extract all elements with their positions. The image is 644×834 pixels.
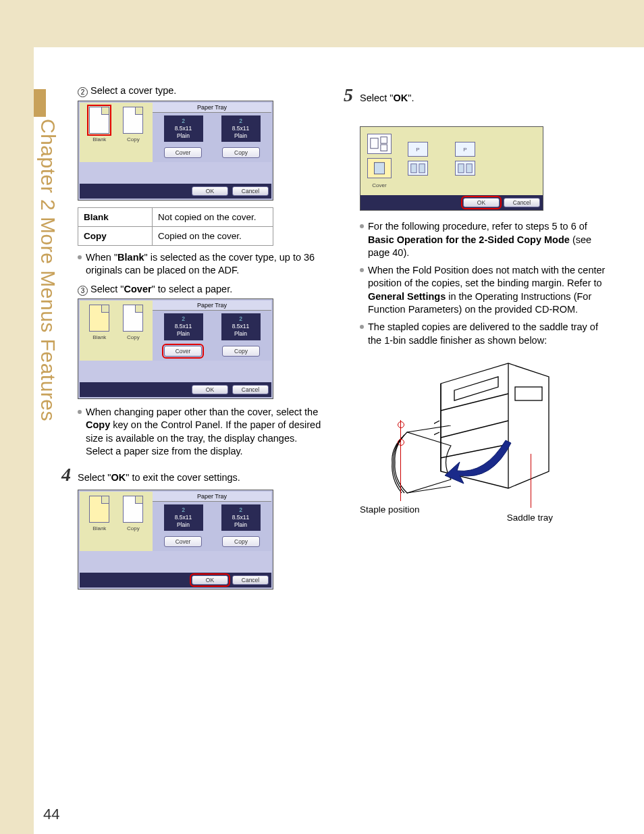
note-blank-36: When "Blank" is selected as the cover ty… [78,251,329,278]
svg-rect-7 [466,163,472,172]
chapter-title: Chapter 2 More Menus Features [36,119,59,421]
note-refer-steps: For the following procedure, refer to st… [360,220,611,260]
substep-3: 3Select "Cover" to select a paper. [78,283,329,296]
substep-2: 2Select a cover type. [78,84,329,98]
copy-mode-button[interactable]: Copy [222,536,260,547]
cancel-button[interactable]: Cancel [232,575,269,585]
copy-label: Copy [127,136,140,142]
substep-2-text: Select a cover type. [90,85,176,96]
staple-callout-line [400,420,401,501]
page: Chapter 2 More Menus Features 2Select a … [34,47,644,834]
blank-option[interactable] [89,305,109,332]
bullet-icon [360,224,364,228]
table-row: CopyCopied on the cover. [78,226,273,245]
step-4: 4 Select "OK" to exit the cover settings… [78,464,329,486]
blank-label: Blank [92,525,106,531]
note-change-paper: When changing paper other than the cover… [78,406,329,459]
saddle-callout-line [531,454,531,508]
lcd-screenshot-select-cover: Blank Copy Paper Tray 28.5x11Plain 28.5x… [78,298,273,398]
lcd-screenshot-ok-exit: Blank Copy Paper Tray 28.5x11Plain 28.5x… [78,490,273,590]
svg-rect-0 [371,138,378,149]
saddle-finisher-illustration: Staple position Saddle tray [360,353,569,528]
svg-rect-1 [381,137,387,143]
tray-2[interactable]: 28.5x11Plain [221,504,261,531]
right-column: 5 Select "OK". Cover [360,84,611,596]
tray-2[interactable]: 28.5x11Plain [221,313,261,340]
svg-rect-2 [381,145,387,151]
blank-option[interactable] [89,496,109,523]
cell-blank: Blank [78,207,153,226]
lcd-screenshot-cover-type: Blank Copy Paper Tray 28.5x11Plain 28.5x… [78,101,273,201]
cancel-button[interactable]: Cancel [232,385,269,394]
circled-3: 3 [78,286,88,296]
note-fold-position: When the Fold Position does not match wi… [360,264,611,317]
svg-rect-8 [515,387,542,400]
step-number-4: 4 [55,464,71,486]
tray-2[interactable]: 28.5x11Plain [221,115,261,142]
lcd-screenshot-step5: Cover P P OK Cancel [360,126,543,211]
step-5: 5 Select "OK". [360,84,611,106]
blank-option[interactable] [89,107,109,134]
cell-copy: Copy [78,226,153,245]
copy-label: Copy [127,334,140,340]
svg-rect-6 [458,163,464,172]
ok-button[interactable]: OK [463,198,500,207]
paper-tray-title: Paper Tray [153,103,271,113]
page-number: 44 [43,806,59,823]
copy-option[interactable] [123,107,143,134]
cancel-button[interactable]: Cancel [232,186,269,196]
layout-option-2[interactable]: P [455,142,475,176]
bullet-icon [78,410,82,414]
side-accent [34,89,46,117]
copy-label: Copy [127,525,140,531]
cancel-button[interactable]: Cancel [504,198,540,207]
cover-mode-button[interactable]: Cover [164,147,202,158]
bullet-icon [78,255,82,259]
cell-copy-desc: Copied on the cover. [153,226,273,245]
saddle-tray-label: Saddle tray [507,513,553,523]
content-columns: 2Select a cover type. Blank Copy [78,84,611,596]
ok-button[interactable]: OK [192,385,228,394]
step-number-5: 5 [337,84,353,106]
cover-mode-button[interactable]: Cover [164,536,202,547]
left-column: 2Select a cover type. Blank Copy [78,84,329,596]
orig-mode-icon[interactable] [367,134,392,154]
cell-blank-desc: Not copied on the cover. [153,207,273,226]
cover-selected[interactable] [367,158,392,178]
paper-tray-title: Paper Tray [153,492,271,502]
cover-mode-button[interactable]: Cover [164,346,202,357]
blank-label: Blank [92,136,106,142]
bullet-icon [360,325,364,329]
svg-rect-4 [411,163,417,172]
cover-label: Cover [367,182,392,188]
copy-option[interactable] [123,496,143,523]
staple-position-label: Staple position [360,504,420,515]
table-row: BlankNot copied on the cover. [78,207,273,226]
ok-button[interactable]: OK [192,575,228,585]
bullet-icon [360,268,364,272]
copy-mode-button[interactable]: Copy [222,346,260,357]
svg-rect-5 [419,163,425,172]
circled-2: 2 [78,87,88,97]
note-stapled-copies: The stapled copies are delivered to the … [360,321,611,347]
paper-tray-title: Paper Tray [153,301,271,311]
copy-mode-button[interactable]: Copy [222,147,260,158]
ok-button[interactable]: OK [192,186,228,196]
delivery-arrow-icon [445,434,512,488]
copy-option[interactable] [123,305,143,332]
svg-rect-3 [374,163,384,174]
layout-option-1[interactable]: P [408,142,428,176]
tray-1[interactable]: 28.5x11Plain [164,115,203,142]
tray-1[interactable]: 28.5x11Plain [164,313,203,340]
cover-type-table: BlankNot copied on the cover. CopyCopied… [78,207,273,246]
blank-label: Blank [92,334,106,340]
tray-1[interactable]: 28.5x11Plain [164,504,203,531]
